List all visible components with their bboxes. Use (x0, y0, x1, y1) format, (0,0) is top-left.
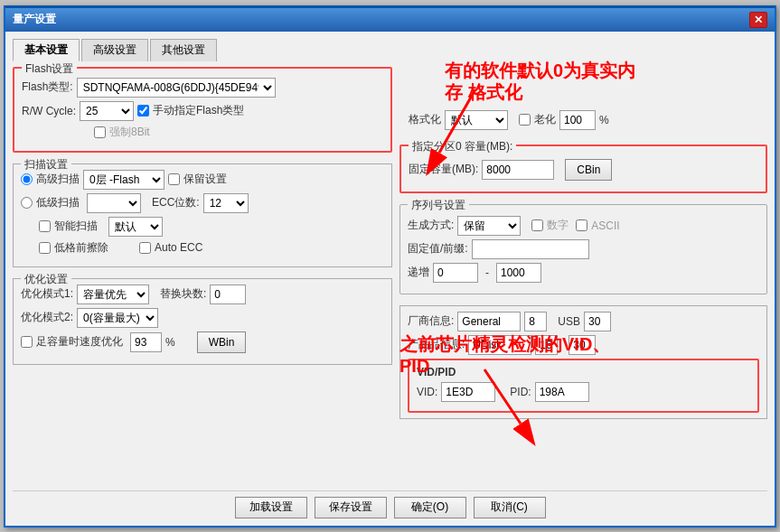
save-settings-button[interactable]: 保存设置 (315, 497, 387, 518)
optimize-mode2-row: 优化模式2: 0(容量最大) (21, 308, 384, 328)
speed-optimize-checkbox[interactable] (21, 336, 33, 348)
number-checkbox[interactable] (531, 219, 543, 231)
auto-ecc-label: Auto ECC (155, 241, 202, 254)
low-format-label: 低格前擦除 (54, 240, 108, 256)
vendor-num-input[interactable] (524, 312, 547, 331)
tab-advanced[interactable]: 高级设置 (81, 39, 148, 61)
number-label: 数字 (547, 218, 569, 233)
low-format-checkbox[interactable] (39, 242, 51, 254)
product-label: 产品品信息: (408, 337, 465, 352)
product-row: 产品品信息: (408, 335, 759, 355)
manual-flash-label: 手动指定Flash类型 (153, 103, 244, 118)
pid-label: PID: (510, 386, 531, 398)
increment-dash: - (485, 266, 489, 279)
vendor-row: 厂商信息: USB (408, 312, 759, 331)
vid-pid-row: VID: PID: (417, 382, 750, 402)
manual-flash-checkbox[interactable] (137, 105, 149, 117)
tab-other[interactable]: 其他设置 (150, 39, 217, 61)
force-8bit-label: 强制8Bit (109, 125, 150, 140)
title-bar: 量产设置 ✕ (5, 8, 775, 32)
rw-cycle-label: R/W Cycle: (22, 105, 76, 117)
increment-end-input[interactable] (496, 263, 541, 283)
right-panel: 有的软件默认0为真实内存 格式化 格式化 默认 老化 % 指定分区0 容量(MB… (399, 67, 767, 485)
smart-scan-label: 智能扫描 (54, 219, 98, 234)
vid-pid-title-row: VID/PID (417, 366, 750, 378)
optimize-mode1-label: 优化模式1: (21, 286, 73, 302)
optimize-group-title: 优化设置 (21, 272, 71, 287)
ecc-bits-label: ECC位数: (152, 195, 200, 210)
smart-scan-checkbox[interactable] (39, 220, 51, 232)
fixed-cap-input[interactable] (482, 160, 554, 180)
gen-method-label: 生成方式: (408, 218, 454, 233)
force-8bit-checkbox[interactable] (94, 126, 106, 138)
usb-input[interactable] (584, 312, 611, 331)
main-window: 量产设置 ✕ 基本设置 高级设置 其他设置 Flash设置 Flash类型: S… (4, 5, 776, 527)
ascii-checkbox[interactable] (576, 219, 587, 231)
vid-label: VID: (417, 386, 437, 398)
fixed-prefix-row: 固定值/前缀: (408, 239, 759, 259)
advanced-scan-row: 高级扫描 0层 -Flash 保留设置 (21, 170, 384, 190)
ascii-label: ASCII (591, 219, 619, 232)
rw-cycle-select[interactable]: 25 (80, 101, 134, 121)
low-format-row: 低格前擦除 Auto ECC (39, 240, 384, 256)
annotation-text-1: 有的软件默认0为真实内存 格式化 (445, 60, 635, 103)
cancel-button[interactable]: 取消(C) (474, 497, 546, 518)
partition-group-title: 指定分区0 容量(MB): (409, 139, 516, 154)
advanced-scan-radio[interactable] (21, 173, 33, 185)
vid-input[interactable] (441, 382, 495, 402)
tabs-container: 基本设置 高级设置 其他设置 (13, 39, 767, 61)
ok-button[interactable]: 确定(O) (394, 497, 466, 518)
optimize-mode1-row: 优化模式1: 容量优先 替换块数: (21, 285, 384, 304)
replace-blocks-input[interactable] (210, 285, 246, 304)
replace-blocks-label: 替换块数: (160, 286, 206, 302)
pid-input[interactable] (535, 382, 589, 402)
increment-row: 递增 - (408, 263, 759, 283)
optimize-mode2-select[interactable]: 0(容量最大) (77, 308, 158, 328)
vendor-input[interactable] (457, 312, 521, 331)
close-button[interactable]: ✕ (749, 12, 767, 28)
product-num-input[interactable] (535, 335, 558, 355)
product-input[interactable] (468, 335, 531, 355)
format-row: 格式化 默认 老化 % (409, 110, 767, 130)
smart-scan-default-select[interactable]: 默认 (108, 217, 163, 237)
usb-label: USB (558, 315, 580, 328)
format-select[interactable]: 默认 (445, 110, 508, 130)
advanced-scan-label: 高级扫描 (36, 172, 80, 187)
flash-type-row: Flash类型: SDTNQFAMA-008G(6DDJ){45DE949376… (22, 78, 383, 98)
cbin-button[interactable]: CBin (565, 159, 612, 181)
optimize-mode2-label: 优化模式2: (21, 310, 73, 325)
load-settings-button[interactable]: 加载设置 (235, 497, 307, 518)
speed-optimize-row: 足容量时速度优化 % WBin (21, 331, 384, 353)
aging-checkbox[interactable] (519, 114, 531, 126)
window-body: 基本设置 高级设置 其他设置 Flash设置 Flash类型: SDTNQFAM… (5, 32, 775, 526)
fixed-prefix-input[interactable] (472, 239, 589, 259)
vendor-label: 厂商信息: (408, 313, 454, 329)
aging-input[interactable] (559, 110, 596, 130)
gen-method-row: 生成方式: 保留 数字 ASCII (408, 216, 759, 236)
ecc-bits-select[interactable]: 12 (203, 193, 249, 213)
fixed-prefix-label: 固定值/前缀: (408, 241, 468, 257)
flash-type-select[interactable]: SDTNQFAMA-008G(6DDJ){45DE94937657 (77, 78, 276, 98)
tab-basic[interactable]: 基本设置 (13, 39, 80, 61)
fixed-cap-label: 固定容量(MB): (409, 162, 478, 177)
fixed-cap-row: 固定容量(MB): CBin (409, 159, 758, 181)
low-scan-row: 低级扫描 ECC位数: 12 (21, 193, 384, 213)
low-scan-select[interactable] (87, 193, 141, 213)
advanced-scan-select[interactable]: 0层 -Flash (83, 170, 164, 190)
keep-settings-checkbox[interactable] (168, 173, 180, 185)
speed-input[interactable] (130, 332, 162, 352)
window-title: 量产设置 (13, 12, 56, 27)
scan-settings-group: 扫描设置 高级扫描 0层 -Flash 保留设置 低级扫描 (13, 163, 392, 267)
low-scan-radio[interactable] (21, 197, 33, 209)
flash-type-label: Flash类型: (22, 79, 73, 95)
keep-settings-label: 保留设置 (183, 172, 227, 187)
increment-label: 递增 (408, 265, 429, 280)
auto-ecc-checkbox[interactable] (139, 242, 151, 254)
optimize-mode1-select[interactable]: 容量优先 (77, 285, 149, 304)
wbin-button[interactable]: WBin (197, 331, 247, 353)
gen-method-select[interactable]: 保留 (457, 216, 521, 236)
increment-start-input[interactable] (433, 263, 478, 283)
product-usb-input[interactable] (569, 335, 596, 355)
rw-cycle-row: R/W Cycle: 25 手动指定Flash类型 (22, 101, 383, 121)
vid-pid-title: VID/PID (417, 366, 456, 378)
